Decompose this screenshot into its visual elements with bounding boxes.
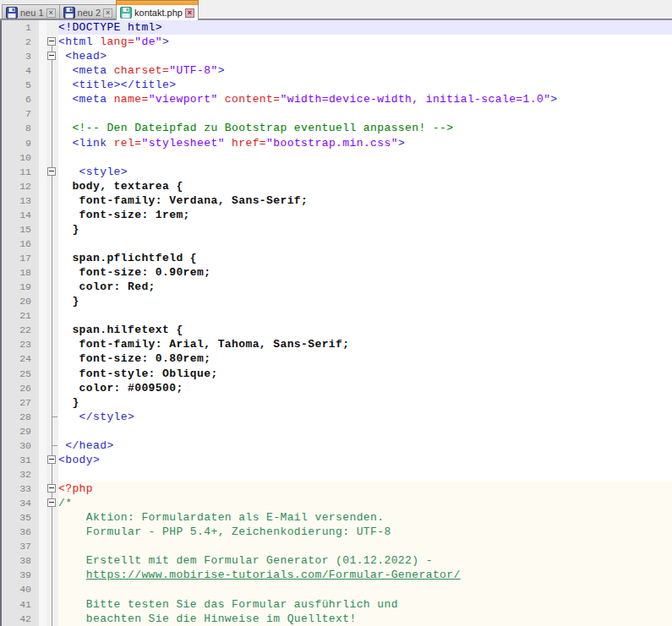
code-text[interactable] <box>58 150 672 165</box>
fold-margin[interactable] <box>46 136 58 150</box>
bookmark-margin[interactable] <box>39 367 46 381</box>
code-line[interactable]: 34/* <box>2 496 672 510</box>
code-line[interactable]: 16 <box>2 237 672 251</box>
bookmark-margin[interactable] <box>39 63 46 78</box>
fold-margin[interactable] <box>46 49 58 63</box>
code-text[interactable]: <style> <box>58 165 672 179</box>
code-text[interactable]: <html lang="de"> <box>58 35 672 49</box>
fold-collapse-icon[interactable] <box>47 167 56 176</box>
code-text[interactable] <box>58 539 672 553</box>
line-number[interactable]: 18 <box>2 265 39 280</box>
line-number[interactable]: 42 <box>2 612 39 626</box>
fold-collapse-icon[interactable] <box>47 52 56 60</box>
line-number[interactable]: 12 <box>2 179 39 193</box>
bookmark-margin[interactable] <box>39 308 46 323</box>
bookmark-margin[interactable] <box>39 222 46 237</box>
fold-margin[interactable] <box>46 438 58 453</box>
bookmark-margin[interactable] <box>39 251 46 265</box>
line-number[interactable]: 32 <box>2 467 39 482</box>
bookmark-margin[interactable] <box>39 265 46 280</box>
code-line[interactable]: 8 <!-- Den Dateipfad zu Bootstrap eventu… <box>2 121 672 135</box>
code-line[interactable]: 14 font-size: 1rem; <box>2 208 672 222</box>
code-line[interactable]: 24 font-size: 0.80rem; <box>2 351 672 366</box>
code-text[interactable] <box>58 424 672 438</box>
code-text[interactable]: Formular - PHP 5.4+, Zeichenkodierung: U… <box>58 525 672 539</box>
bookmark-margin[interactable] <box>39 510 46 525</box>
code-line[interactable]: 29 <box>2 424 672 438</box>
code-text[interactable]: </style> <box>58 410 672 424</box>
code-text[interactable]: span.pflichtfeld { <box>58 251 672 265</box>
code-line[interactable]: 6 <meta name="viewport" content="width=d… <box>2 92 672 106</box>
code-line[interactable]: 32 <box>2 467 672 482</box>
fold-margin[interactable] <box>46 121 58 135</box>
fold-margin[interactable] <box>46 106 58 121</box>
code-text[interactable]: font-size: 1rem; <box>58 208 672 222</box>
bookmark-margin[interactable] <box>39 136 46 150</box>
code-text[interactable]: Erstellt mit dem Formular Generator (01.… <box>58 553 672 568</box>
line-number[interactable]: 15 <box>2 222 39 237</box>
line-number[interactable]: 10 <box>2 150 39 165</box>
line-number[interactable]: 23 <box>2 337 39 351</box>
line-number[interactable]: 31 <box>2 453 39 467</box>
fold-collapse-icon[interactable] <box>47 498 56 507</box>
code-line[interactable]: 10 <box>2 150 672 165</box>
fold-margin[interactable] <box>46 553 58 568</box>
bookmark-margin[interactable] <box>39 424 46 438</box>
line-number[interactable]: 30 <box>2 438 39 453</box>
fold-margin[interactable] <box>46 496 58 510</box>
code-text[interactable]: <!-- Den Dateipfad zu Bootstrap eventuel… <box>58 121 672 135</box>
line-number[interactable]: 16 <box>2 237 39 251</box>
line-number[interactable]: 36 <box>2 525 39 539</box>
bookmark-margin[interactable] <box>39 208 46 222</box>
bookmark-margin[interactable] <box>39 568 46 582</box>
fold-margin[interactable] <box>46 35 58 49</box>
code-line[interactable]: 27 } <box>2 395 672 410</box>
code-text[interactable]: font-family: Arial, Tahoma, Sans-Serif; <box>58 337 672 351</box>
bookmark-margin[interactable] <box>39 395 46 410</box>
close-tab-icon[interactable]: × <box>185 8 194 18</box>
code-line[interactable]: 40 <box>2 582 672 596</box>
line-number[interactable]: 33 <box>2 482 39 496</box>
tab-neu-2[interactable]: neu 2 × <box>59 4 117 20</box>
fold-margin[interactable] <box>46 410 58 424</box>
code-text[interactable]: <meta charset="UTF-8"> <box>58 63 672 78</box>
line-number[interactable]: 11 <box>2 165 39 179</box>
code-text[interactable]: <!DOCTYPE html> <box>58 20 672 35</box>
code-line[interactable]: 36 Formular - PHP 5.4+, Zeichenkodierung… <box>2 525 672 539</box>
line-number[interactable]: 6 <box>2 92 39 106</box>
code-line[interactable]: 15 } <box>2 222 672 237</box>
close-tab-icon[interactable]: × <box>103 8 112 18</box>
code-text[interactable]: font-size: 0.80rem; <box>58 351 672 366</box>
bookmark-margin[interactable] <box>39 612 46 626</box>
code-line[interactable]: 30 </head> <box>2 438 672 453</box>
line-number[interactable]: 21 <box>2 308 39 323</box>
bookmark-margin[interactable] <box>39 467 46 482</box>
bookmark-margin[interactable] <box>39 20 46 35</box>
bookmark-margin[interactable] <box>39 49 46 63</box>
code-line[interactable]: 4 <meta charset="UTF-8"> <box>2 63 672 78</box>
line-number[interactable]: 38 <box>2 553 39 568</box>
line-number[interactable]: 22 <box>2 323 39 337</box>
bookmark-margin[interactable] <box>39 35 46 49</box>
bookmark-margin[interactable] <box>39 121 46 135</box>
code-text[interactable]: body, textarea { <box>58 179 672 193</box>
code-line[interactable]: 31<body> <box>2 453 672 467</box>
line-number[interactable]: 37 <box>2 539 39 553</box>
bookmark-margin[interactable] <box>39 193 46 208</box>
fold-margin[interactable] <box>46 63 58 78</box>
code-line[interactable]: 22 span.hilfetext { <box>2 323 672 337</box>
code-line[interactable]: 17 span.pflichtfeld { <box>2 251 672 265</box>
code-line[interactable]: 37 <box>2 539 672 553</box>
code-line[interactable]: 20 } <box>2 294 672 308</box>
code-line[interactable]: 28 </style> <box>2 410 672 424</box>
code-line[interactable]: 19 color: Red; <box>2 280 672 294</box>
fold-margin[interactable] <box>46 510 58 525</box>
line-number[interactable]: 7 <box>2 106 39 121</box>
bookmark-margin[interactable] <box>39 438 46 453</box>
code-line[interactable]: 3 <head> <box>2 49 672 63</box>
code-text[interactable]: <body> <box>58 453 672 467</box>
bookmark-margin[interactable] <box>39 150 46 165</box>
line-number[interactable]: 4 <box>2 63 39 78</box>
line-number[interactable]: 9 <box>2 136 39 150</box>
code-line[interactable]: 25 font-style: Oblique; <box>2 367 672 381</box>
